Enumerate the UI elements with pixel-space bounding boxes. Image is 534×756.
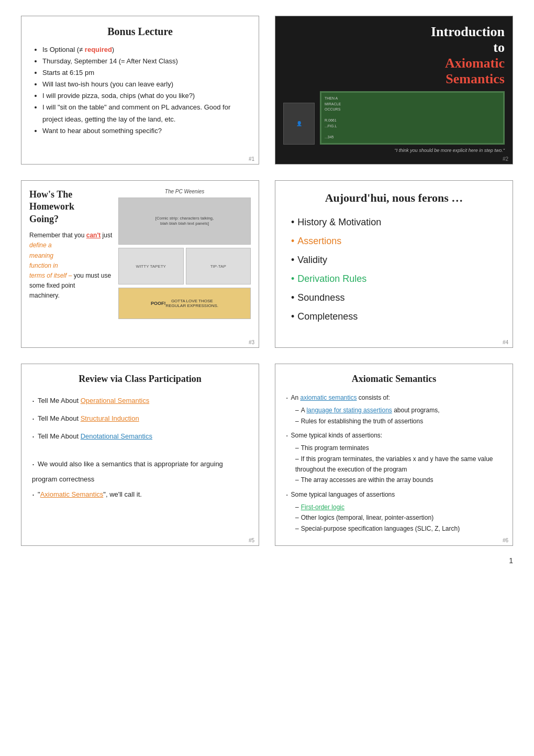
hw-right: The PC Weenies [Comic strip: characters … [118,189,251,319]
review-item-3: Tell Me About Denotational Semantics [32,428,248,445]
comic-cell-1: WITTY TAPETY [118,248,184,284]
page-number: 1 [21,556,513,565]
intro-line2: to [431,40,505,56]
blackboard-area: 👤 THEN AMIRACLEOCCURSR.0661...FIG.L...34… [283,91,505,145]
slide2-number: #2 [503,156,508,162]
assertions-sub: This program terminates If this program … [286,443,502,486]
list-item: Is Optional (≠ required) [42,44,248,56]
slide-6: Axiomatic Semantics An axiomatic semanti… [275,364,513,546]
axiomatic-intro: An axiomatic semantics consists of: A la… [286,391,502,426]
agenda-item-soundness: Soundness [291,288,497,307]
assert-3: The array accesses are within the array … [295,475,502,485]
intro-caption: "I think you should be more explicit her… [395,148,505,156]
slide-1: Bonus Lecture Is Optional (≠ required) T… [21,16,259,165]
slide1-list: Is Optional (≠ required) Thursday, Septe… [32,44,248,137]
slide-5: Review via Class Participation Tell Me A… [21,364,259,546]
intro-line4: Semantics [431,71,505,87]
list-item: I will provide pizza, soda, chips (what … [42,90,248,102]
slide6-number: #6 [503,538,508,543]
agenda-item-assertions: Assertions [291,232,497,250]
slide-2: Introduction to Axiomatic Semantics 👤 TH… [275,16,513,165]
list-item: Want to hear about something specific? [42,125,248,137]
blackboard-box: THEN AMIRACLEOCCURSR.0661...FIG.L...345 [320,91,505,145]
page-number-text: 1 [509,556,513,565]
comic-bottom-row: WITTY TAPETY TIP-TAP [118,248,251,284]
slide4-number: #4 [503,339,508,345]
slide6-title: Axiomatic Semantics [286,374,502,385]
slide1-number: #1 [249,156,254,162]
orange-body-text: define ameaningfunction interms of itsel… [29,242,72,279]
typical-languages: Some typical languages of assertions Fir… [286,488,502,534]
typical-assertions: Some typical kinds of assertions: This p… [286,429,502,486]
ax-sub-1: A language for stating assertions about … [295,405,502,415]
review-body-1: We would also like a semantics that is a… [32,455,248,486]
list-item: Thursday, September 14 (= After Next Cla… [42,56,248,67]
comic-cell-2: TIP-TAP [186,248,251,284]
agenda-item-completeness: Completeness [291,307,497,326]
professor-figure: 👤 [283,103,315,145]
slide3-number: #3 [249,339,254,345]
slide-4: Aujourd'hui, nous ferons … History & Mot… [275,180,513,348]
axiomatic-semantics-link: axiomatic semantics [300,394,357,401]
slide6-list: An axiomatic semantics consists of: A la… [286,391,502,534]
review-item-2: Tell Me About Structural Induction [32,410,248,428]
intro-line1: Introduction [431,24,505,40]
slide5-list: Tell Me About Operational Semantics Tell… [32,392,248,446]
cant-text: can't [86,232,101,239]
list-item: I will "sit on the table" and comment on… [42,102,248,125]
slide4-title: Aujourd'hui, nous ferons … [291,191,497,205]
slide5-body: We would also like a semantics that is a… [32,455,248,504]
slide5-title: Review via Class Participation [32,374,248,385]
assert-2: If this program terminates, the variable… [295,454,502,475]
lang-2: Other logics (temporal, linear, pointer-… [295,512,502,523]
hw-body: Remember that you can't just define amea… [29,231,113,301]
op-semantics-link: Operational Semantics [81,397,150,404]
list-item: Will last two-ish hours (you can leave e… [42,79,248,90]
assert-1: This program terminates [295,443,502,453]
agenda-item-validity: Validity [291,250,497,269]
comic-strip-wide: [Comic strip: characters talking,blah bl… [118,198,251,245]
slide-3: How's TheHomeworkGoing? Remember that yo… [21,180,259,348]
list-item: Starts at 6:15 pm [42,67,248,79]
review-item-1: Tell Me About Operational Semantics [32,392,248,410]
languages-sub: First-order logic Other logics (temporal… [286,502,502,534]
comic-title: The PC Weenies [118,189,251,194]
first-order-link: First-order logic [301,503,344,511]
slide2-inner: Introduction to Axiomatic Semantics 👤 TH… [275,16,513,164]
slide5-number: #5 [249,538,254,543]
required-text: required [85,46,112,53]
hw-content: How's TheHomeworkGoing? Remember that yo… [29,189,251,319]
struct-induction-link: Structural Induction [81,414,139,422]
hw-title: How's TheHomeworkGoing? [29,189,113,225]
slide1-title: Bonus Lecture [32,26,248,38]
axiomatic-link: Axiomatic Semantics [40,490,104,498]
axiomatic-sub: A language for stating assertions about … [286,405,502,426]
denotational-link: Denotational Semantics [81,432,152,440]
ax-sub-2: Rules for establishing the truth of asse… [295,416,502,426]
lang-3: Special-purpose specification languages … [295,523,502,534]
hw-left: How's TheHomeworkGoing? Remember that yo… [29,189,113,319]
lang-1: First-order logic [295,502,502,512]
agenda-item-history: History & Motivation [291,213,497,232]
review-body-2: "Axiomatic Semantics", we'll call it. [32,486,248,503]
intro-line3: Axiomatic [431,56,505,71]
agenda-item-derivation: Derivation Rules [291,269,497,288]
agenda-list: History & Motivation Assertions Validity… [291,213,497,326]
language-assertions-link: language for stating assertions [306,407,392,414]
comic-wide-bottom: POOF!GOTTA LOVE THOSEREGULAR EXPRESSIONS… [118,288,251,319]
intro-heading: Introduction to Axiomatic Semantics [431,24,505,87]
